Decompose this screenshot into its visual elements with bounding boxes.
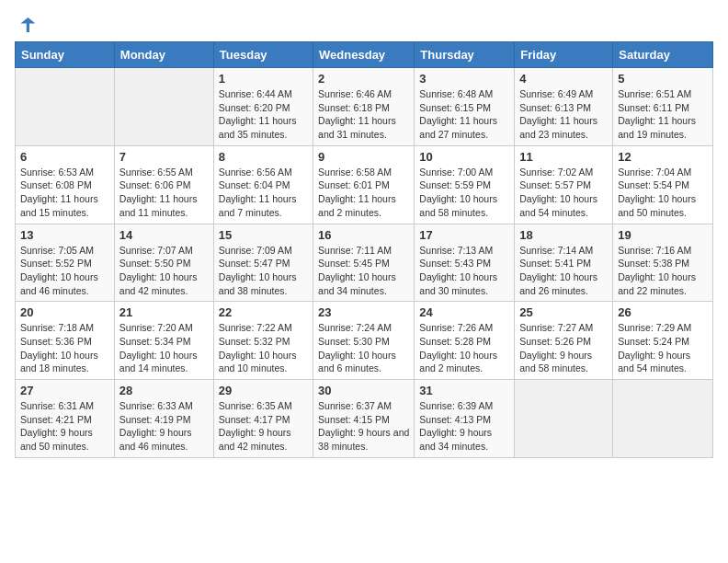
day-info: Sunrise: 6:49 AM Sunset: 6:13 PM Dayligh…: [519, 87, 608, 142]
day-info: Sunrise: 7:05 AM Sunset: 5:52 PM Dayligh…: [20, 244, 109, 298]
day-info: Sunrise: 6:58 AM Sunset: 6:01 PM Dayligh…: [318, 166, 409, 220]
weekday-header-wednesday: Wednesday: [313, 42, 415, 68]
calendar-cell: 14Sunrise: 7:07 AM Sunset: 5:50 PM Dayli…: [114, 224, 213, 302]
day-info: Sunrise: 7:09 AM Sunset: 5:47 PM Dayligh…: [219, 244, 308, 298]
weekday-header-tuesday: Tuesday: [213, 42, 313, 68]
day-info: Sunrise: 6:53 AM Sunset: 6:08 PM Dayligh…: [20, 166, 109, 220]
day-number: 16: [318, 228, 409, 242]
day-info: Sunrise: 7:13 AM Sunset: 5:43 PM Dayligh…: [419, 244, 509, 298]
calendar-cell: 17Sunrise: 7:13 AM Sunset: 5:43 PM Dayli…: [415, 224, 515, 302]
calendar-cell: 5Sunrise: 6:51 AM Sunset: 6:11 PM Daylig…: [613, 68, 713, 146]
calendar-cell: 16Sunrise: 7:11 AM Sunset: 5:45 PM Dayli…: [313, 224, 415, 302]
day-info: Sunrise: 7:14 AM Sunset: 5:41 PM Dayligh…: [519, 244, 608, 298]
day-number: 31: [419, 384, 509, 397]
day-number: 10: [419, 150, 509, 164]
day-number: 18: [519, 228, 608, 242]
header: [15, 15, 713, 34]
day-number: 25: [519, 305, 608, 319]
calendar-table: SundayMondayTuesdayWednesdayThursdayFrid…: [15, 41, 713, 458]
day-info: Sunrise: 6:55 AM Sunset: 6:06 PM Dayligh…: [119, 166, 209, 220]
day-number: 4: [519, 72, 608, 86]
calendar-cell: 3Sunrise: 6:48 AM Sunset: 6:15 PM Daylig…: [415, 68, 515, 146]
calendar-cell: 20Sunrise: 7:18 AM Sunset: 5:36 PM Dayli…: [16, 302, 115, 380]
day-number: 12: [618, 150, 708, 164]
calendar-cell: [515, 380, 613, 458]
day-number: 27: [20, 384, 109, 397]
day-number: 21: [119, 305, 209, 319]
day-number: 5: [618, 72, 708, 86]
calendar-cell: 13Sunrise: 7:05 AM Sunset: 5:52 PM Dayli…: [16, 224, 115, 302]
calendar-cell: 7Sunrise: 6:55 AM Sunset: 6:06 PM Daylig…: [114, 145, 213, 224]
calendar-week-row: 27Sunrise: 6:31 AM Sunset: 4:21 PM Dayli…: [16, 380, 713, 458]
day-number: 14: [119, 228, 209, 242]
weekday-header-thursday: Thursday: [415, 42, 515, 68]
day-number: 7: [119, 150, 209, 164]
day-info: Sunrise: 7:26 AM Sunset: 5:28 PM Dayligh…: [419, 321, 509, 375]
calendar-cell: [16, 68, 115, 146]
calendar-cell: 4Sunrise: 6:49 AM Sunset: 6:13 PM Daylig…: [515, 68, 613, 146]
day-info: Sunrise: 6:39 AM Sunset: 4:13 PM Dayligh…: [419, 399, 509, 454]
day-number: 28: [119, 384, 209, 397]
weekday-header-saturday: Saturday: [613, 42, 713, 68]
calendar-cell: 30Sunrise: 6:37 AM Sunset: 4:15 PM Dayli…: [313, 380, 415, 458]
calendar-cell: 25Sunrise: 7:27 AM Sunset: 5:26 PM Dayli…: [515, 302, 613, 380]
day-info: Sunrise: 7:04 AM Sunset: 5:54 PM Dayligh…: [618, 166, 708, 220]
day-info: Sunrise: 7:16 AM Sunset: 5:38 PM Dayligh…: [618, 244, 708, 298]
weekday-header-friday: Friday: [515, 42, 613, 68]
day-number: 8: [219, 150, 308, 164]
day-number: 17: [419, 228, 509, 242]
weekday-header-sunday: Sunday: [16, 42, 115, 68]
calendar-week-row: 20Sunrise: 7:18 AM Sunset: 5:36 PM Dayli…: [16, 302, 713, 380]
day-info: Sunrise: 7:18 AM Sunset: 5:36 PM Dayligh…: [20, 321, 109, 375]
day-number: 29: [219, 384, 308, 397]
calendar-cell: 31Sunrise: 6:39 AM Sunset: 4:13 PM Dayli…: [415, 380, 515, 458]
day-number: 15: [219, 228, 308, 242]
day-info: Sunrise: 7:07 AM Sunset: 5:50 PM Dayligh…: [119, 244, 209, 298]
svg-marker-0: [20, 17, 35, 32]
calendar-cell: 23Sunrise: 7:24 AM Sunset: 5:30 PM Dayli…: [313, 302, 415, 380]
calendar-cell: 1Sunrise: 6:44 AM Sunset: 6:20 PM Daylig…: [213, 68, 313, 146]
day-number: 30: [318, 384, 409, 397]
calendar-cell: 12Sunrise: 7:04 AM Sunset: 5:54 PM Dayli…: [613, 145, 713, 224]
day-number: 6: [20, 150, 109, 164]
calendar-cell: [114, 68, 213, 146]
calendar-cell: 22Sunrise: 7:22 AM Sunset: 5:32 PM Dayli…: [213, 302, 313, 380]
day-number: 20: [20, 305, 109, 319]
day-number: 2: [318, 72, 409, 86]
calendar-cell: 9Sunrise: 6:58 AM Sunset: 6:01 PM Daylig…: [313, 145, 415, 224]
day-number: 9: [318, 150, 409, 164]
day-info: Sunrise: 6:51 AM Sunset: 6:11 PM Dayligh…: [618, 87, 708, 142]
calendar-week-row: 13Sunrise: 7:05 AM Sunset: 5:52 PM Dayli…: [16, 224, 713, 302]
day-info: Sunrise: 7:20 AM Sunset: 5:34 PM Dayligh…: [119, 321, 209, 375]
day-number: 22: [219, 305, 308, 319]
calendar-cell: 10Sunrise: 7:00 AM Sunset: 5:59 PM Dayli…: [415, 145, 515, 224]
day-number: 3: [419, 72, 509, 86]
calendar-cell: 19Sunrise: 7:16 AM Sunset: 5:38 PM Dayli…: [613, 224, 713, 302]
calendar-cell: 11Sunrise: 7:02 AM Sunset: 5:57 PM Dayli…: [515, 145, 613, 224]
calendar-cell: [613, 380, 713, 458]
day-info: Sunrise: 7:27 AM Sunset: 5:26 PM Dayligh…: [519, 321, 608, 375]
day-number: 13: [20, 228, 109, 242]
day-number: 11: [519, 150, 608, 164]
day-info: Sunrise: 6:44 AM Sunset: 6:20 PM Dayligh…: [219, 87, 308, 142]
logo: [15, 15, 40, 34]
calendar-cell: 18Sunrise: 7:14 AM Sunset: 5:41 PM Dayli…: [515, 224, 613, 302]
day-info: Sunrise: 6:33 AM Sunset: 4:19 PM Dayligh…: [119, 399, 209, 454]
day-number: 26: [618, 305, 708, 319]
day-info: Sunrise: 7:24 AM Sunset: 5:30 PM Dayligh…: [318, 321, 409, 375]
weekday-header-row: SundayMondayTuesdayWednesdayThursdayFrid…: [16, 42, 713, 68]
day-info: Sunrise: 6:48 AM Sunset: 6:15 PM Dayligh…: [419, 87, 509, 142]
calendar-cell: 8Sunrise: 6:56 AM Sunset: 6:04 PM Daylig…: [213, 145, 313, 224]
calendar-cell: 24Sunrise: 7:26 AM Sunset: 5:28 PM Dayli…: [415, 302, 515, 380]
day-number: 19: [618, 228, 708, 242]
day-number: 24: [419, 305, 509, 319]
calendar-cell: 6Sunrise: 6:53 AM Sunset: 6:08 PM Daylig…: [16, 145, 115, 224]
calendar-cell: 2Sunrise: 6:46 AM Sunset: 6:18 PM Daylig…: [313, 68, 415, 146]
day-info: Sunrise: 6:31 AM Sunset: 4:21 PM Dayligh…: [20, 399, 109, 454]
day-info: Sunrise: 6:46 AM Sunset: 6:18 PM Dayligh…: [318, 87, 409, 142]
day-info: Sunrise: 6:37 AM Sunset: 4:15 PM Dayligh…: [318, 399, 409, 454]
day-info: Sunrise: 7:11 AM Sunset: 5:45 PM Dayligh…: [318, 244, 409, 298]
day-info: Sunrise: 7:22 AM Sunset: 5:32 PM Dayligh…: [219, 321, 308, 375]
day-info: Sunrise: 7:29 AM Sunset: 5:24 PM Dayligh…: [618, 321, 708, 375]
calendar-week-row: 6Sunrise: 6:53 AM Sunset: 6:08 PM Daylig…: [16, 145, 713, 224]
